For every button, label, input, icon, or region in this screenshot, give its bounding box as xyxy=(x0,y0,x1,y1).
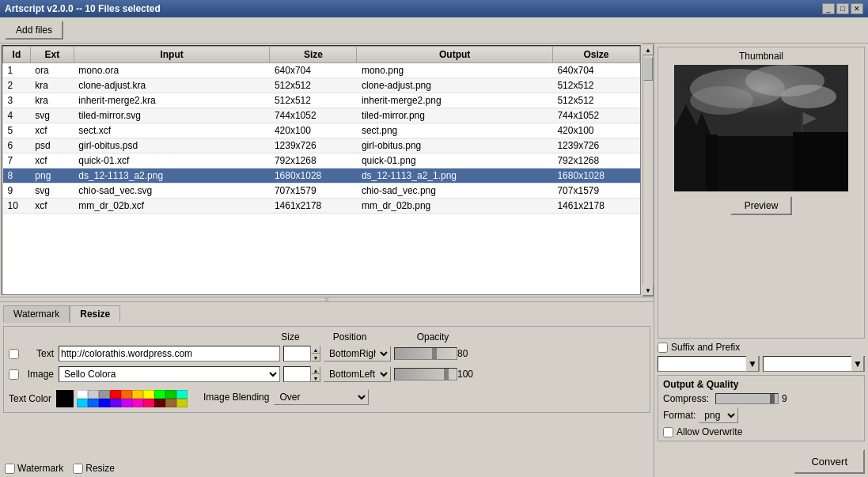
image-position-select[interactable]: BottomLeft BottomRight TopRight TopLeft … xyxy=(324,366,391,382)
text-size-up[interactable]: ▲ xyxy=(311,346,320,354)
image-blending-label: Image Blending xyxy=(203,392,269,403)
tab-resize[interactable]: Resize xyxy=(70,305,120,323)
col-osize[interactable]: Osize xyxy=(552,47,639,63)
thumbnail-image xyxy=(674,65,848,191)
color-swatch[interactable] xyxy=(99,399,110,407)
col-output[interactable]: Output xyxy=(357,47,553,63)
file-table: Id Ext Input Size Output Osize 1 ora mon… xyxy=(2,46,640,214)
color-swatch[interactable] xyxy=(176,390,188,399)
table-row[interactable]: 6 psd girl-obitus.psd 1239x726 girl-obit… xyxy=(3,138,640,153)
tabs: Watermark Resize xyxy=(3,305,650,323)
spacer xyxy=(45,331,275,343)
convert-button[interactable]: Convert xyxy=(794,449,865,474)
scroll-up-button[interactable]: ▲ xyxy=(642,44,654,55)
image-checkbox[interactable] xyxy=(9,369,19,380)
output-quality-label: Output & Quality xyxy=(663,379,859,390)
color-swatch[interactable] xyxy=(110,390,121,399)
table-row[interactable]: 7 xcf quick-01.xcf 792x1268 quick-01.png… xyxy=(3,153,640,168)
table-row[interactable]: 2 kra clone-adjust.kra 512x512 clone-adj… xyxy=(3,78,640,93)
color-swatch[interactable] xyxy=(88,399,99,407)
right-dropdown-btn[interactable]: ▼ xyxy=(851,356,864,372)
bottom-panel: Watermark Resize Size Position Opacity xyxy=(0,301,654,460)
text-size-input[interactable]: 10 xyxy=(283,346,311,362)
position-col-header: Position xyxy=(314,331,385,343)
text-size-spinner[interactable]: ▲ ▼ xyxy=(311,346,320,362)
text-opacity-slider[interactable] xyxy=(394,347,457,360)
format-label: Format: xyxy=(663,410,696,421)
resize-checkbox-row: Resize xyxy=(73,463,115,474)
window-controls[interactable]: _ □ ✕ xyxy=(822,3,863,14)
table-row[interactable]: 5 xcf sect.xcf 420x100 sect.png 420x100 xyxy=(3,123,640,138)
color-swatch[interactable] xyxy=(77,399,88,407)
left-dropdown-container[interactable]: ▼ xyxy=(658,356,760,372)
table-row[interactable]: 9 svg chio-sad_vec.svg 707x1579 chio-sad… xyxy=(3,184,640,199)
image-size-down[interactable]: ▼ xyxy=(311,374,320,382)
color-swatch[interactable] xyxy=(143,390,154,399)
left-dropdown-btn[interactable]: ▼ xyxy=(746,356,759,372)
table-row[interactable]: 10 xcf mm_dr_02b.xcf 1461x2178 mm_dr_02b… xyxy=(3,199,640,214)
format-row: Format: png jpg gif bmp xyxy=(663,407,859,423)
allow-overwrite-checkbox[interactable] xyxy=(663,427,673,437)
suffix-prefix-checkbox[interactable] xyxy=(658,343,668,353)
text-checkbox[interactable] xyxy=(9,349,19,359)
watermark-enable-checkbox[interactable] xyxy=(5,464,15,474)
table-row[interactable]: 8 png ds_12-1113_a2.png 1680x1028 ds_12-… xyxy=(3,168,640,184)
table-row[interactable]: 3 kra inherit-merge2.kra 512x512 inherit… xyxy=(3,93,640,108)
preview-button[interactable]: Preview xyxy=(730,196,793,215)
image-opacity-slider[interactable] xyxy=(394,368,457,380)
image-size-input[interactable]: 0 xyxy=(283,366,311,382)
image-size-up[interactable]: ▲ xyxy=(311,366,320,374)
color-swatch[interactable] xyxy=(154,390,165,399)
allow-overwrite-label: Allow Overwrite xyxy=(677,426,742,437)
image-select[interactable]: Sello Colora xyxy=(59,366,280,382)
color-swatch[interactable] xyxy=(132,390,143,399)
color-black-swatch[interactable] xyxy=(56,390,74,407)
close-button[interactable]: ✕ xyxy=(851,3,863,14)
color-swatch[interactable] xyxy=(110,399,121,407)
text-position-select[interactable]: BottomRight BottomLeft TopRight TopLeft … xyxy=(324,346,391,362)
format-select[interactable]: png jpg gif bmp xyxy=(699,407,738,423)
table-row[interactable]: 4 svg tiled-mirror.svg 744x1052 tiled-mi… xyxy=(3,108,640,123)
scrollbar-thumb[interactable] xyxy=(643,57,653,81)
scroll-down-button[interactable]: ▼ xyxy=(642,285,654,296)
color-swatch[interactable] xyxy=(121,399,132,407)
col-ext[interactable]: Ext xyxy=(30,47,74,63)
thumbnail-section: Thumbnail xyxy=(658,47,865,339)
color-swatch[interactable] xyxy=(165,399,176,407)
tab-watermark[interactable]: Watermark xyxy=(3,305,70,323)
compress-slider[interactable] xyxy=(715,393,779,404)
resize-checkbox-label: Resize xyxy=(85,463,115,474)
color-swatch[interactable] xyxy=(88,390,99,399)
minimize-button[interactable]: _ xyxy=(822,3,835,14)
table-scrollbar[interactable]: ▲ ▼ xyxy=(642,44,654,297)
color-swatch[interactable] xyxy=(176,399,188,407)
col-size[interactable]: Size xyxy=(270,47,357,63)
content-area: Id Ext Input Size Output Osize 1 ora mon… xyxy=(0,44,868,477)
text-input[interactable] xyxy=(59,346,280,362)
color-swatch[interactable] xyxy=(121,390,132,399)
resize-enable-checkbox[interactable] xyxy=(73,464,83,474)
right-dropdown-container[interactable]: ▼ xyxy=(763,356,865,372)
col-id[interactable]: Id xyxy=(3,47,31,63)
image-opacity-value: 100 xyxy=(457,369,461,380)
text-color-label: Text Color xyxy=(9,393,51,404)
color-swatch[interactable] xyxy=(165,390,176,399)
convert-section: Convert xyxy=(658,445,865,474)
add-files-button[interactable]: Add files xyxy=(5,21,63,40)
right-panel: Thumbnail xyxy=(654,44,868,477)
image-blending-select[interactable]: Over Multiply Screen xyxy=(274,389,369,405)
file-table-container[interactable]: Id Ext Input Size Output Osize 1 ora mon… xyxy=(2,45,641,295)
color-swatch[interactable] xyxy=(77,390,88,399)
color-swatch[interactable] xyxy=(99,390,110,399)
bottom-checkboxes: Watermark Resize xyxy=(0,460,654,477)
table-row[interactable]: 1 ora mono.ora 640x704 mono.png 640x704 xyxy=(3,63,640,78)
image-size-spinner[interactable]: ▲ ▼ xyxy=(311,366,320,382)
table-header-row: Id Ext Input Size Output Osize xyxy=(3,47,640,63)
color-swatch[interactable] xyxy=(154,399,165,407)
color-swatch[interactable] xyxy=(143,399,154,407)
col-input[interactable]: Input xyxy=(74,47,270,63)
maximize-button[interactable]: □ xyxy=(836,3,849,14)
table-body: 1 ora mono.ora 640x704 mono.png 640x704 … xyxy=(3,63,640,214)
color-swatch[interactable] xyxy=(132,399,143,407)
text-size-down[interactable]: ▼ xyxy=(311,354,320,362)
